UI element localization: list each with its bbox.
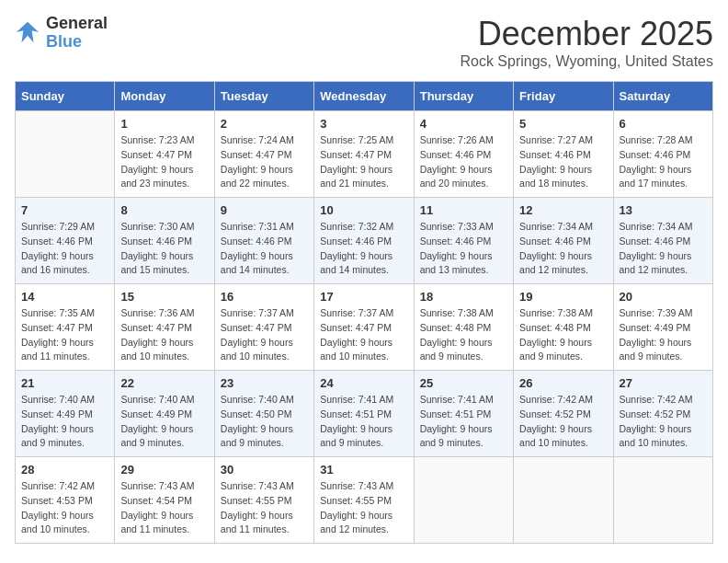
sunrise-text: Sunrise: 7:42 AM — [21, 479, 108, 494]
calendar-cell: 29Sunrise: 7:43 AMSunset: 4:54 PMDayligh… — [115, 457, 214, 544]
daylight-text: Daylight: 9 hours and 16 minutes. — [21, 249, 108, 279]
calendar-cell: 4Sunrise: 7:26 AMSunset: 4:46 PMDaylight… — [414, 111, 513, 198]
calendar-cell: 23Sunrise: 7:40 AMSunset: 4:50 PMDayligh… — [214, 371, 313, 457]
daylight-text: Daylight: 9 hours and 11 minutes. — [221, 509, 308, 538]
day-info: Sunrise: 7:40 AMSunset: 4:49 PMDaylight:… — [21, 393, 108, 451]
day-number: 25 — [420, 376, 507, 390]
day-info: Sunrise: 7:23 AMSunset: 4:47 PMDaylight:… — [120, 133, 208, 191]
calendar-week-2: 7Sunrise: 7:29 AMSunset: 4:46 PMDaylight… — [16, 198, 713, 284]
sunrise-text: Sunrise: 7:38 AM — [519, 306, 607, 321]
calendar-week-1: 1Sunrise: 7:23 AMSunset: 4:47 PMDaylight… — [16, 111, 713, 198]
calendar-cell: 31Sunrise: 7:43 AMSunset: 4:55 PMDayligh… — [314, 457, 414, 544]
sunset-text: Sunset: 4:46 PM — [519, 148, 607, 163]
sunrise-text: Sunrise: 7:37 AM — [320, 306, 407, 321]
sunset-text: Sunset: 4:48 PM — [420, 321, 507, 336]
day-number: 4 — [420, 117, 507, 131]
sunset-text: Sunset: 4:47 PM — [221, 148, 308, 163]
day-info: Sunrise: 7:27 AMSunset: 4:46 PMDaylight:… — [519, 133, 607, 191]
day-number: 22 — [120, 376, 208, 390]
daylight-text: Daylight: 9 hours and 23 minutes. — [120, 163, 208, 192]
sunrise-text: Sunrise: 7:28 AM — [620, 133, 707, 148]
sunset-text: Sunset: 4:49 PM — [620, 321, 707, 336]
calendar-cell: 30Sunrise: 7:43 AMSunset: 4:55 PMDayligh… — [214, 457, 313, 544]
calendar-cell: 11Sunrise: 7:33 AMSunset: 4:46 PMDayligh… — [414, 198, 513, 284]
day-info: Sunrise: 7:43 AMSunset: 4:54 PMDaylight:… — [120, 479, 208, 537]
sunset-text: Sunset: 4:47 PM — [120, 148, 208, 163]
day-number: 26 — [519, 376, 607, 390]
sunset-text: Sunset: 4:46 PM — [221, 235, 308, 249]
day-info: Sunrise: 7:37 AMSunset: 4:47 PMDaylight:… — [320, 306, 407, 364]
day-number: 6 — [620, 117, 707, 131]
day-number: 7 — [21, 203, 108, 217]
day-info: Sunrise: 7:39 AMSunset: 4:49 PMDaylight:… — [620, 306, 707, 364]
header-saturday: Saturday — [613, 82, 712, 111]
calendar-cell: 27Sunrise: 7:42 AMSunset: 4:52 PMDayligh… — [613, 371, 712, 457]
sunrise-text: Sunrise: 7:41 AM — [420, 393, 507, 408]
day-info: Sunrise: 7:36 AMSunset: 4:47 PMDaylight:… — [120, 306, 208, 364]
sunset-text: Sunset: 4:46 PM — [120, 235, 208, 249]
sunrise-text: Sunrise: 7:31 AM — [221, 220, 308, 235]
header-tuesday: Tuesday — [214, 82, 313, 111]
day-info: Sunrise: 7:38 AMSunset: 4:48 PMDaylight:… — [519, 306, 607, 364]
logo-general: General — [46, 14, 108, 32]
sunset-text: Sunset: 4:49 PM — [21, 408, 108, 422]
calendar-week-3: 14Sunrise: 7:35 AMSunset: 4:47 PMDayligh… — [16, 284, 713, 371]
day-number: 3 — [320, 117, 407, 131]
calendar-cell: 2Sunrise: 7:24 AMSunset: 4:47 PMDaylight… — [214, 111, 313, 198]
logo-icon — [15, 20, 40, 46]
day-info: Sunrise: 7:33 AMSunset: 4:46 PMDaylight:… — [420, 220, 507, 278]
daylight-text: Daylight: 9 hours and 9 minutes. — [620, 336, 707, 365]
sunrise-text: Sunrise: 7:24 AM — [221, 133, 308, 148]
calendar-cell: 21Sunrise: 7:40 AMSunset: 4:49 PMDayligh… — [16, 371, 115, 457]
daylight-text: Daylight: 9 hours and 17 minutes. — [620, 163, 707, 192]
sunset-text: Sunset: 4:46 PM — [620, 235, 707, 249]
sunset-text: Sunset: 4:46 PM — [420, 235, 507, 249]
sunset-text: Sunset: 4:53 PM — [21, 494, 108, 509]
sunset-text: Sunset: 4:46 PM — [320, 235, 407, 249]
calendar-week-5: 28Sunrise: 7:42 AMSunset: 4:53 PMDayligh… — [16, 457, 713, 544]
calendar-cell — [613, 457, 712, 544]
calendar-cell: 13Sunrise: 7:34 AMSunset: 4:46 PMDayligh… — [613, 198, 712, 284]
sunrise-text: Sunrise: 7:27 AM — [519, 133, 607, 148]
day-number: 14 — [21, 290, 108, 304]
logo-blue: Blue — [46, 32, 82, 51]
day-info: Sunrise: 7:29 AMSunset: 4:46 PMDaylight:… — [21, 220, 108, 278]
daylight-text: Daylight: 9 hours and 12 minutes. — [320, 509, 407, 538]
sunset-text: Sunset: 4:46 PM — [620, 148, 707, 163]
header-friday: Friday — [514, 82, 613, 111]
day-info: Sunrise: 7:32 AMSunset: 4:46 PMDaylight:… — [320, 220, 407, 278]
location: Rock Springs, Wyoming, United States — [460, 53, 713, 70]
day-number: 28 — [21, 463, 108, 477]
sunrise-text: Sunrise: 7:33 AM — [420, 220, 507, 235]
daylight-text: Daylight: 9 hours and 14 minutes. — [221, 249, 308, 279]
daylight-text: Daylight: 9 hours and 21 minutes. — [320, 163, 407, 192]
daylight-text: Daylight: 9 hours and 10 minutes. — [120, 336, 208, 365]
sunrise-text: Sunrise: 7:34 AM — [519, 220, 607, 235]
header-wednesday: Wednesday — [314, 82, 414, 111]
day-number: 20 — [620, 290, 707, 304]
sunrise-text: Sunrise: 7:41 AM — [320, 393, 407, 408]
day-number: 15 — [120, 290, 208, 304]
sunset-text: Sunset: 4:52 PM — [620, 408, 707, 422]
day-info: Sunrise: 7:34 AMSunset: 4:46 PMDaylight:… — [519, 220, 607, 278]
day-info: Sunrise: 7:31 AMSunset: 4:46 PMDaylight:… — [221, 220, 308, 278]
sunset-text: Sunset: 4:47 PM — [320, 321, 407, 336]
calendar-cell: 18Sunrise: 7:38 AMSunset: 4:48 PMDayligh… — [414, 284, 513, 371]
calendar-cell: 16Sunrise: 7:37 AMSunset: 4:47 PMDayligh… — [214, 284, 313, 371]
daylight-text: Daylight: 9 hours and 9 minutes. — [21, 422, 108, 452]
month-title: December 2025 — [460, 15, 713, 53]
daylight-text: Daylight: 9 hours and 11 minutes. — [21, 336, 108, 365]
calendar-cell: 17Sunrise: 7:37 AMSunset: 4:47 PMDayligh… — [314, 284, 414, 371]
daylight-text: Daylight: 9 hours and 14 minutes. — [320, 249, 407, 279]
sunset-text: Sunset: 4:46 PM — [420, 148, 507, 163]
daylight-text: Daylight: 9 hours and 9 minutes. — [420, 336, 507, 365]
calendar-cell: 12Sunrise: 7:34 AMSunset: 4:46 PMDayligh… — [514, 198, 613, 284]
calendar-cell: 25Sunrise: 7:41 AMSunset: 4:51 PMDayligh… — [414, 371, 513, 457]
sunrise-text: Sunrise: 7:26 AM — [420, 133, 507, 148]
day-number: 19 — [519, 290, 607, 304]
sunset-text: Sunset: 4:51 PM — [320, 408, 407, 422]
calendar-cell: 5Sunrise: 7:27 AMSunset: 4:46 PMDaylight… — [514, 111, 613, 198]
calendar-cell: 15Sunrise: 7:36 AMSunset: 4:47 PMDayligh… — [115, 284, 214, 371]
sunset-text: Sunset: 4:48 PM — [519, 321, 607, 336]
header-thursday: Thursday — [414, 82, 513, 111]
